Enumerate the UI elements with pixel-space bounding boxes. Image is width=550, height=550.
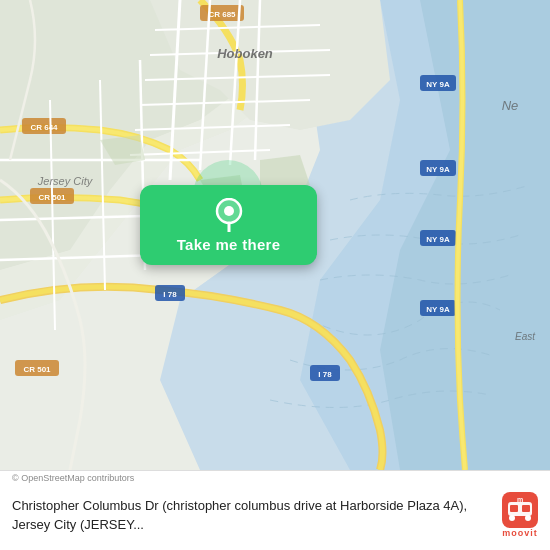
svg-text:I 78: I 78 (163, 290, 177, 299)
svg-rect-57 (522, 505, 530, 512)
svg-text:Jersey City: Jersey City (37, 175, 94, 187)
svg-point-53 (224, 206, 234, 216)
bottom-bar: © OpenStreetMap contributors Christopher… (0, 470, 550, 550)
svg-text:NY 9A: NY 9A (426, 235, 450, 244)
map-attribution: © OpenStreetMap contributors (12, 473, 134, 483)
map-container: I 78 I 78 CR 501 CR 501 CR 644 CR 685 NY… (0, 0, 550, 470)
svg-text:m: m (517, 496, 523, 503)
svg-point-59 (525, 515, 531, 521)
svg-text:NY 9A: NY 9A (426, 165, 450, 174)
button-label: Take me there (177, 236, 281, 253)
location-description: Christopher Columbus Dr (christopher col… (12, 497, 492, 533)
svg-text:CR 501: CR 501 (23, 365, 51, 374)
svg-text:NY 9A: NY 9A (426, 80, 450, 89)
svg-text:I 78: I 78 (318, 370, 332, 379)
moovit-label: moovit (502, 528, 538, 538)
svg-rect-56 (510, 505, 518, 512)
svg-text:CR 685: CR 685 (208, 10, 236, 19)
moovit-icon: m (502, 492, 538, 528)
take-me-there-button[interactable]: Take me there (140, 185, 317, 265)
svg-point-58 (509, 515, 515, 521)
svg-text:CR 644: CR 644 (30, 123, 58, 132)
svg-text:East: East (515, 331, 536, 342)
svg-text:Ne: Ne (502, 98, 519, 113)
moovit-logo: m moovit (502, 492, 538, 538)
svg-text:NY 9A: NY 9A (426, 305, 450, 314)
svg-text:Hoboken: Hoboken (217, 46, 273, 61)
location-pin-icon (215, 198, 243, 232)
